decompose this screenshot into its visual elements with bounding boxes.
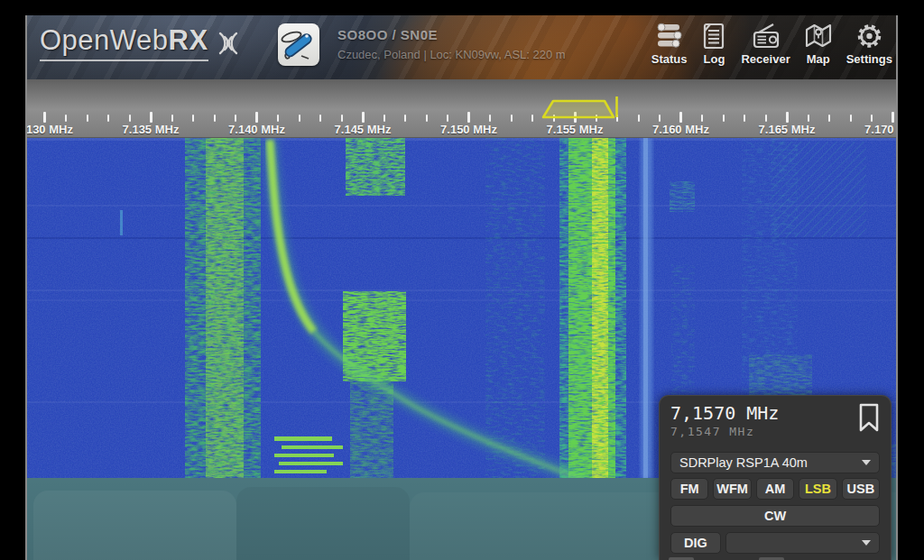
settings-gear-icon <box>855 23 883 50</box>
swiss-knife-icon <box>278 23 319 66</box>
nav-log-label: Log <box>704 52 725 66</box>
station-info: SO8OO / SN0E Czudec, Poland | Loc: KN09v… <box>337 27 566 61</box>
chevron-down-icon <box>862 540 871 546</box>
mode-button-dig[interactable]: DIG <box>670 532 721 554</box>
profile-select-value: SDRPlay RSP1A 40m <box>679 455 808 470</box>
nav-receiver-label: Receiver <box>741 52 790 66</box>
frequency-display[interactable]: 7,1570 MHz <box>670 401 880 425</box>
nav-receiver[interactable]: Receiver <box>741 23 790 66</box>
mode-button-am[interactable]: AM <box>756 478 794 500</box>
dig-mode-select[interactable] <box>725 532 880 554</box>
buffer-shade-middle <box>236 487 410 560</box>
passband-indicator[interactable] <box>27 79 898 137</box>
secondary-frequency: 7,1547 MHz <box>670 425 880 439</box>
nav-settings[interactable]: Settings <box>846 23 892 66</box>
receiver-panel: 7,1570 MHz 7,1547 MHz SDRPlay RSP1A 40m … <box>659 395 892 560</box>
profile-select[interactable]: SDRPlay RSP1A 40m <box>670 452 880 473</box>
mode-button-cw[interactable]: CW <box>670 505 880 527</box>
chevron-down-icon <box>862 460 871 465</box>
mode-button-fm[interactable]: FM <box>670 478 708 500</box>
nav-map[interactable]: Map <box>804 23 833 66</box>
log-document-icon <box>700 23 727 50</box>
logo-text: OpenWebRX <box>40 24 208 61</box>
mode-button-usb[interactable]: USB <box>842 478 880 500</box>
mode-buttons-row: FM WFM AM LSB USB <box>670 478 880 500</box>
status-sliders-icon <box>654 23 685 50</box>
frequency-scale[interactable]: 7.130 MHz7.135 MHz7.140 MHz7.145 MHz7.15… <box>27 79 898 137</box>
top-nav: Status Log <box>651 23 892 66</box>
nav-map-label: Map <box>807 52 830 66</box>
swiss-army-knife-logo[interactable] <box>278 23 319 66</box>
cw-row: CW <box>670 505 880 527</box>
openwebrx-logo[interactable]: OpenWebRX <box>40 24 245 61</box>
openwebrx-app: OpenWebRX SO8OO / SN0E <box>25 15 898 560</box>
radio-waves-icon <box>212 27 245 56</box>
bookmark-icon <box>857 402 881 433</box>
station-location: Czudec, Poland | Loc: KN09vw, ASL: 220 m <box>337 48 566 61</box>
nav-status[interactable]: Status <box>651 23 688 66</box>
receiver-radio-icon <box>752 23 781 50</box>
nav-log[interactable]: Log <box>700 23 727 66</box>
nav-status-label: Status <box>651 52 688 66</box>
station-callsign: SO8OO / SN0E <box>337 27 566 42</box>
bookmark-button[interactable] <box>857 402 881 436</box>
header: OpenWebRX SO8OO / SN0E <box>27 15 898 79</box>
buffer-shade-left <box>33 491 236 560</box>
nav-settings-label: Settings <box>846 52 892 66</box>
dig-row: DIG <box>670 532 880 554</box>
mode-button-lsb[interactable]: LSB <box>799 478 836 500</box>
map-icon <box>804 23 833 50</box>
mode-button-wfm[interactable]: WFM <box>713 478 751 500</box>
